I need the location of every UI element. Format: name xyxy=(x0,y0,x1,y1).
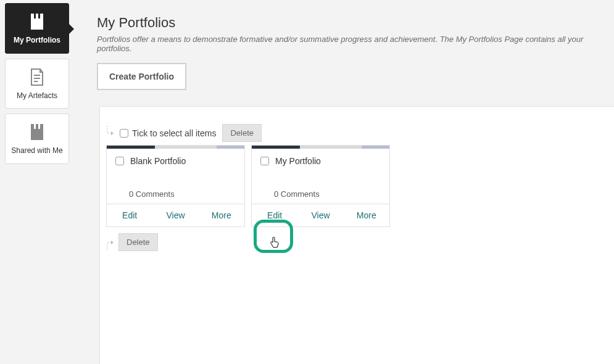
tree-connector-icon xyxy=(106,126,115,141)
svg-rect-8 xyxy=(38,124,40,129)
main-content: My Portfolios Portfolios offer a means t… xyxy=(97,15,614,364)
sidebar-item-label: My Artefacts xyxy=(8,91,66,101)
sidebar-item-label: My Portfolios xyxy=(8,36,66,46)
card-title: Blank Portfolio xyxy=(130,156,186,166)
sidebar: My Portfolios My Artefacts Shared with M… xyxy=(5,3,69,169)
card-edit-button[interactable]: Edit xyxy=(252,204,297,226)
card-progress-bar xyxy=(252,146,389,149)
card-more-button[interactable]: More xyxy=(344,204,389,226)
sidebar-item-my-artefacts[interactable]: My Artefacts xyxy=(5,59,69,109)
card-progress-bar xyxy=(107,146,244,149)
svg-rect-1 xyxy=(34,14,36,19)
portfolio-card: My Portfolio 0 Comments Edit View More xyxy=(251,145,390,227)
svg-rect-0 xyxy=(31,14,43,30)
delete-top-button[interactable]: Delete xyxy=(222,124,262,142)
card-comments: 0 Comments xyxy=(252,188,389,204)
bottom-toolbar: Delete xyxy=(100,233,614,251)
portfolio-cards: Blank Portfolio 0 Comments Edit View Mor… xyxy=(100,145,614,227)
page-title: My Portfolios xyxy=(97,15,614,31)
shared-portfolio-icon xyxy=(8,123,66,141)
card-checkbox[interactable] xyxy=(115,157,124,165)
card-view-button[interactable]: View xyxy=(297,204,343,226)
sidebar-item-shared-with-me[interactable]: Shared with Me xyxy=(5,114,69,164)
card-edit-button[interactable]: Edit xyxy=(107,204,152,226)
select-all-label: Tick to select all items xyxy=(132,128,216,138)
delete-bottom-button[interactable]: Delete xyxy=(118,233,158,251)
svg-rect-2 xyxy=(38,14,40,19)
portfolio-icon xyxy=(8,12,66,31)
card-title: My Portfolio xyxy=(275,156,321,166)
select-all-checkbox[interactable] xyxy=(120,129,128,138)
svg-rect-7 xyxy=(34,124,36,129)
sidebar-item-label: Shared with Me xyxy=(8,146,66,156)
card-view-button[interactable]: View xyxy=(152,204,198,226)
card-comments: 0 Comments xyxy=(107,188,244,204)
portfolio-panel: Tick to select all items Delete Blank Po… xyxy=(99,106,614,364)
select-all-toolbar: Tick to select all items Delete xyxy=(100,124,614,142)
card-more-button[interactable]: More xyxy=(199,204,244,226)
card-checkbox[interactable] xyxy=(260,157,269,165)
tree-connector-icon xyxy=(106,235,115,250)
create-portfolio-button[interactable]: Create Portfolio xyxy=(97,63,186,90)
portfolio-card: Blank Portfolio 0 Comments Edit View Mor… xyxy=(106,145,245,227)
page-subtitle: Portfolios offer a means to demonstrate … xyxy=(97,35,614,53)
sidebar-item-my-portfolios[interactable]: My Portfolios xyxy=(5,3,69,54)
svg-rect-6 xyxy=(31,124,43,140)
artefacts-icon xyxy=(8,68,66,86)
